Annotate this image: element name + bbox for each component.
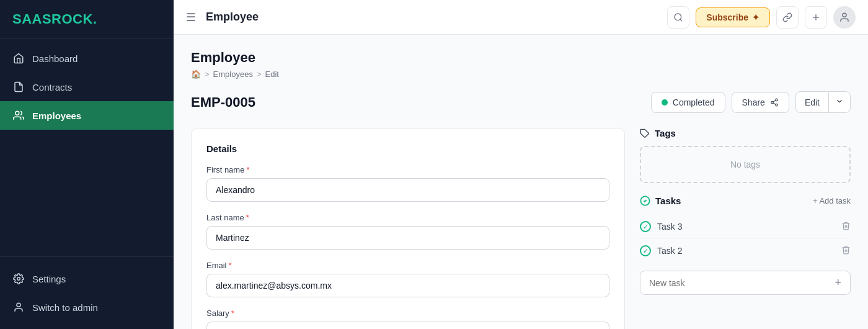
add-button[interactable] xyxy=(805,6,827,29)
breadcrumb-home-icon[interactable]: 🏠 xyxy=(191,70,201,79)
users-icon xyxy=(12,109,25,122)
sidebar-bottom: Settings Switch to admin xyxy=(0,256,174,329)
task-left: ✓ Task 3 xyxy=(640,221,682,232)
sidebar-item-settings[interactable]: Settings xyxy=(0,264,174,293)
last-name-label: Last name * xyxy=(206,213,609,222)
tasks-check-icon xyxy=(640,196,650,206)
email-input[interactable] xyxy=(206,274,609,297)
share-label: Share xyxy=(742,97,765,107)
svg-point-1 xyxy=(17,277,20,281)
sidebar-item-contracts[interactable]: Contracts xyxy=(0,73,174,101)
status-button[interactable]: Completed xyxy=(651,92,725,113)
required-indicator: * xyxy=(231,309,234,318)
email-label: Email * xyxy=(206,261,609,270)
edit-label: Edit xyxy=(796,92,829,112)
details-card: Details First name * Last name * xyxy=(191,128,625,329)
breadcrumb-sep: > xyxy=(205,70,210,79)
tags-section: Tags No tags xyxy=(640,128,851,183)
user-switch-icon xyxy=(12,301,25,313)
topbar-actions: Subscribe ✦ xyxy=(667,6,856,29)
tag-icon xyxy=(640,128,650,138)
logo-text: SAASROCK xyxy=(12,11,93,27)
new-task-container: + xyxy=(640,271,851,295)
task-item: ✓ Task 2 xyxy=(640,239,851,263)
gear-icon xyxy=(12,273,25,285)
sidebar-item-employees[interactable]: Employees xyxy=(0,101,174,130)
file-icon xyxy=(12,81,25,93)
breadcrumb-current: Edit xyxy=(265,70,279,79)
menu-icon[interactable]: ☰ xyxy=(186,11,196,24)
sidebar-item-dashboard[interactable]: Dashboard xyxy=(0,44,174,73)
first-name-input[interactable] xyxy=(206,178,609,202)
two-col-layout: Details First name * Last name * xyxy=(191,128,851,329)
tasks-header: Tasks + Add task xyxy=(640,196,851,206)
link-button[interactable] xyxy=(776,6,799,29)
record-actions: Completed Share Edit xyxy=(651,91,851,113)
page-title: Employee xyxy=(191,50,851,66)
edit-chevron-icon[interactable] xyxy=(829,92,850,112)
task-check-icon: ✓ xyxy=(640,221,651,232)
tasks-section: Tasks + Add task ✓ Task 3 xyxy=(640,196,851,295)
svg-point-3 xyxy=(675,14,681,20)
task-delete-button[interactable] xyxy=(841,221,851,232)
status-dot xyxy=(662,99,668,106)
required-indicator: * xyxy=(246,213,249,222)
sidebar-item-label: Settings xyxy=(32,274,66,284)
search-button[interactable] xyxy=(667,6,689,29)
topbar: ☰ Employee Subscribe ✦ xyxy=(174,0,868,35)
email-field: Email * xyxy=(206,261,609,297)
svg-point-2 xyxy=(17,303,20,307)
task-check-icon: ✓ xyxy=(640,245,651,256)
svg-point-7 xyxy=(843,13,846,17)
svg-line-12 xyxy=(773,100,776,101)
salary-input[interactable] xyxy=(206,322,609,329)
page-body: Employee 🏠 > Employees > Edit EMP-0005 C… xyxy=(174,35,868,329)
last-name-input[interactable] xyxy=(206,226,609,250)
sidebar-item-label: Dashboard xyxy=(32,53,78,64)
avatar[interactable] xyxy=(833,6,856,29)
last-name-field: Last name * xyxy=(206,213,609,250)
sidebar-item-label: Switch to admin xyxy=(32,302,98,313)
task-label: Task 3 xyxy=(657,222,682,232)
first-name-field: First name * xyxy=(206,165,609,202)
breadcrumb-employees-link[interactable]: Employees xyxy=(213,70,253,79)
subscribe-button[interactable]: Subscribe ✦ xyxy=(696,7,770,27)
breadcrumb-sep2: > xyxy=(257,70,262,79)
home-icon xyxy=(12,52,25,65)
sidebar-item-switch-admin[interactable]: Switch to admin xyxy=(0,293,174,322)
topbar-title: Employee xyxy=(206,11,660,24)
sidebar-item-label: Contracts xyxy=(32,82,72,92)
breadcrumb: 🏠 > Employees > Edit xyxy=(191,70,851,79)
required-indicator: * xyxy=(229,261,232,270)
record-id: EMP-0005 xyxy=(191,94,255,110)
details-section-title: Details xyxy=(206,143,609,154)
tags-empty: No tags xyxy=(640,146,851,183)
new-task-add-button[interactable]: + xyxy=(835,276,841,289)
task-left: ✓ Task 2 xyxy=(640,245,682,256)
add-task-button[interactable]: + Add task xyxy=(813,196,851,205)
task-label: Task 2 xyxy=(657,246,682,256)
sidebar-nav: Dashboard Contracts Employees xyxy=(0,39,174,256)
sidebar-item-label: Employees xyxy=(32,110,81,121)
required-indicator: * xyxy=(246,165,249,174)
record-header: EMP-0005 Completed Share Edit xyxy=(191,91,851,113)
status-label: Completed xyxy=(673,97,715,107)
subscribe-icon: ✦ xyxy=(752,12,760,22)
svg-point-10 xyxy=(776,104,778,106)
share-button[interactable]: Share xyxy=(732,92,789,113)
task-item: ✓ Task 3 xyxy=(640,215,851,239)
first-name-label: First name * xyxy=(206,165,609,174)
new-task-input[interactable] xyxy=(649,278,835,288)
tasks-title: Tasks xyxy=(640,196,681,206)
sidebar: SAASROCK. Dashboard Contracts Employees xyxy=(0,0,174,329)
edit-button[interactable]: Edit xyxy=(795,91,851,113)
svg-point-0 xyxy=(16,111,19,115)
details-column: Details First name * Last name * xyxy=(191,128,625,329)
svg-line-11 xyxy=(773,102,776,104)
svg-point-8 xyxy=(776,99,778,101)
subscribe-label: Subscribe xyxy=(706,12,748,22)
svg-line-4 xyxy=(680,19,682,21)
salary-label: Salary * xyxy=(206,309,609,318)
task-delete-button[interactable] xyxy=(841,245,851,256)
sidebar-right: Tags No tags Tasks + Add task xyxy=(640,128,851,329)
